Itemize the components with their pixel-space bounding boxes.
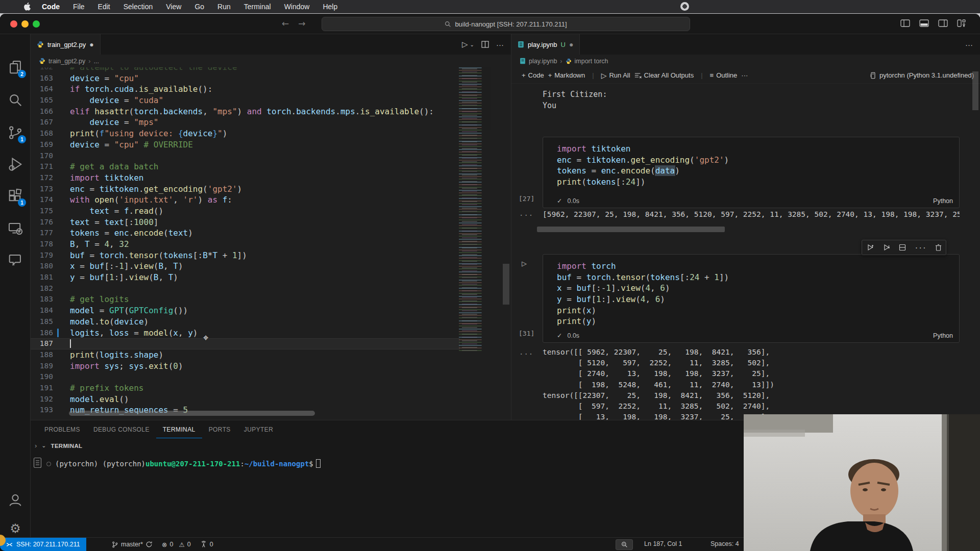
close-window-button[interactable] xyxy=(10,20,17,28)
problems-status[interactable]: ⊗ 0 ⚠ 0 xyxy=(162,541,191,548)
code-line-192: 192model.eval() xyxy=(31,394,460,405)
output-horizontal-scrollbar[interactable] xyxy=(537,227,725,232)
editor-more-actions-icon[interactable]: ··· xyxy=(496,40,504,49)
split-cell-icon[interactable] xyxy=(899,244,906,251)
delete-cell-icon[interactable] xyxy=(935,244,942,251)
code-line-190: 190 xyxy=(31,371,460,383)
customize-layout-icon[interactable] xyxy=(957,19,966,27)
sidebar-item-search[interactable] xyxy=(7,91,24,109)
cell-more-actions-icon[interactable]: ··· xyxy=(914,244,926,252)
tab-train-gpt2[interactable]: train_gpt2.py ● xyxy=(31,34,101,55)
add-code-cell-button[interactable]: + Code xyxy=(522,71,544,79)
output-options-icon[interactable]: ··· xyxy=(519,211,533,219)
sidebar-item-extensions[interactable]: 1 xyxy=(7,187,24,205)
breadcrumb-file[interactable]: play.ipynb xyxy=(529,58,557,65)
sidebar-item-comments[interactable] xyxy=(7,252,24,269)
cell-output-text: First Citizen: You xyxy=(543,89,607,111)
menu-selection[interactable]: Selection xyxy=(124,3,153,11)
terminal-section-label[interactable]: TERMINAL xyxy=(51,443,83,449)
code-editor[interactable]: 162# attempt to autodetect the device163… xyxy=(31,67,460,420)
panel-tab-ports[interactable]: PORTS xyxy=(202,420,237,438)
sidebar-item-source-control[interactable]: 1 xyxy=(7,124,24,141)
workspace-title: build-nanogpt [SSH: 207.211.170.211] xyxy=(455,20,567,28)
editor-vertical-scrollbar[interactable] xyxy=(503,264,509,305)
menu-window[interactable]: Window xyxy=(284,3,310,11)
sidebar-item-explorer[interactable]: 2 xyxy=(7,59,24,76)
command-center-search[interactable]: build-nanogpt [SSH: 207.211.170.211] xyxy=(322,17,690,31)
menu-go[interactable]: Go xyxy=(194,3,204,11)
terminal-dropdown-chevron-icon[interactable]: ⌄ xyxy=(41,442,46,449)
run-cells-above-icon[interactable] xyxy=(866,244,874,251)
notebook-cell-2[interactable]: import torchbuf = torch.tensor(tokens[:2… xyxy=(543,254,960,343)
apple-logo-icon[interactable] xyxy=(23,3,31,11)
remote-indicator[interactable]: SSH: 207.211.170.211 xyxy=(0,538,86,551)
sidebar-item-remote-explorer[interactable] xyxy=(7,220,24,237)
dirty-indicator-icon[interactable]: ● xyxy=(89,40,93,48)
notebook-cell-1[interactable]: import tiktokenenc = tiktoken.get_encodi… xyxy=(543,137,960,208)
git-branch-status[interactable]: master* xyxy=(111,541,153,548)
cursor-position-status[interactable]: Ln 187, Col 1 xyxy=(644,540,682,547)
notebook-more-actions-icon[interactable]: ··· xyxy=(965,40,973,49)
output-options-icon[interactable]: ··· xyxy=(519,350,533,358)
indentation-status[interactable]: Spaces: 4 xyxy=(710,540,739,547)
ports-status[interactable]: 0 xyxy=(200,541,213,548)
terminal-tabs-list-icon[interactable] xyxy=(33,457,42,468)
run-all-button[interactable]: ▷ Run All xyxy=(601,71,630,80)
menu-help[interactable]: Help xyxy=(323,3,337,11)
panel-tab-problems[interactable]: PROBLEMS xyxy=(38,420,87,438)
command-decoration[interactable] xyxy=(46,462,51,466)
account-icon[interactable] xyxy=(7,491,24,509)
settings-gear-icon[interactable]: ⚙ xyxy=(7,521,24,538)
menu-terminal[interactable]: Terminal xyxy=(244,3,271,11)
menu-file[interactable]: File xyxy=(73,3,85,11)
run-cells-below-icon[interactable] xyxy=(883,244,890,251)
run-dropdown-chevron-icon[interactable]: ⌄ xyxy=(470,42,474,47)
menu-edit[interactable]: Edit xyxy=(98,3,110,11)
cell-language[interactable]: Python xyxy=(933,332,953,339)
panel-collapse-chevron-icon[interactable]: › xyxy=(35,442,37,449)
breadcrumb-more[interactable]: ... xyxy=(93,58,99,65)
cell-language[interactable]: Python xyxy=(933,197,953,205)
breadcrumb-file[interactable]: train_gpt2.py xyxy=(48,58,85,65)
sidebar-item-run-debug[interactable] xyxy=(7,156,24,173)
extensions-badge: 1 xyxy=(18,198,26,207)
run-cell-icon[interactable]: ▷ xyxy=(522,258,527,268)
terminal-prompt[interactable]: (pytorchn) (pytorchn) ubuntu@207-211-170… xyxy=(55,459,321,468)
code-line-187: 187 xyxy=(31,338,460,349)
clear-all-outputs-button[interactable]: Clear All Outputs xyxy=(634,71,694,79)
sync-changes-icon xyxy=(145,541,153,548)
menu-run[interactable]: Run xyxy=(217,3,231,11)
nav-back-icon[interactable]: ← xyxy=(282,18,289,29)
breadcrumb[interactable]: train_gpt2.py › ... xyxy=(31,55,511,67)
toggle-panel-icon[interactable] xyxy=(919,19,929,27)
code-line-177: 177tokens = enc.encode(text) xyxy=(31,228,460,239)
zoom-window-button[interactable] xyxy=(33,20,40,28)
split-editor-icon[interactable] xyxy=(481,41,489,48)
run-python-file-icon[interactable]: ▷ xyxy=(462,40,468,49)
kernel-picker[interactable]: pytorchn (Python 3.1.undefined) xyxy=(870,71,974,79)
panel-tab-jupyter[interactable]: JUPYTER xyxy=(237,420,280,438)
add-markdown-cell-button[interactable]: + Markdown xyxy=(548,71,585,79)
notebook-content[interactable]: First Citizen: You import tiktokenenc = … xyxy=(511,84,980,420)
git-status-untracked: U xyxy=(561,41,566,48)
panel-tab-debug-console[interactable]: DEBUG CONSOLE xyxy=(87,420,156,438)
menu-app-name[interactable]: Code xyxy=(42,3,60,11)
zoom-status-button[interactable] xyxy=(616,539,633,550)
code-line-178: 178B, T = 4, 32 xyxy=(31,239,460,250)
notebook-scrollbar[interactable] xyxy=(972,71,978,110)
menubar-status-icon[interactable] xyxy=(680,2,689,11)
notebook-breadcrumb[interactable]: play.ipynb › import torch xyxy=(511,55,980,67)
outline-button[interactable]: ≡ Outline xyxy=(710,71,738,79)
editor-horizontal-scrollbar[interactable] xyxy=(69,411,315,416)
nav-forward-icon[interactable]: → xyxy=(298,18,305,29)
tab-play-ipynb[interactable]: play.ipynb U ● xyxy=(511,34,580,55)
menu-view[interactable]: View xyxy=(166,3,181,11)
dirty-indicator-icon[interactable]: ● xyxy=(569,40,573,48)
breadcrumb-cell[interactable]: import torch xyxy=(575,58,608,65)
toggle-secondary-sidebar-icon[interactable] xyxy=(938,19,948,27)
toggle-sidebar-icon[interactable] xyxy=(900,19,910,27)
minimize-window-button[interactable] xyxy=(21,20,29,28)
toolbar-more-icon[interactable]: ··· xyxy=(741,71,748,79)
minimap[interactable] xyxy=(459,67,491,353)
panel-tab-terminal[interactable]: TERMINAL xyxy=(156,420,202,438)
